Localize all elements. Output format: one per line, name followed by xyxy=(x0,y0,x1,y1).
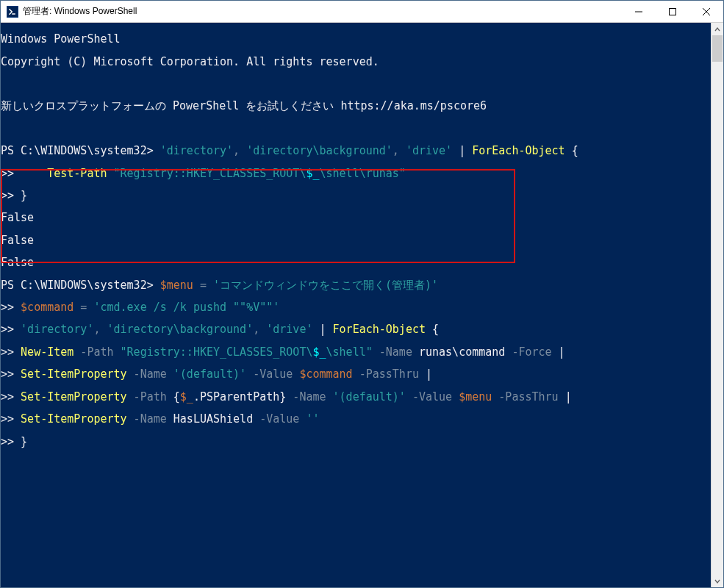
terminal-line: PS C:\WINDOWS\system32> 'directory', 'di… xyxy=(1,146,711,157)
scrollbar[interactable] xyxy=(711,23,723,587)
scroll-up-button[interactable] xyxy=(712,23,723,35)
chevron-up-icon xyxy=(714,26,720,32)
terminal-line: Copyright (C) Microsoft Corporation. All… xyxy=(1,57,711,68)
terminal-line xyxy=(1,79,711,90)
terminal-line: >> } xyxy=(1,190,711,201)
terminal-line: 新しいクロスプラットフォームの PowerShell をお試しください http… xyxy=(1,101,711,112)
terminal[interactable]: Windows PowerShell Copyright (C) Microso… xyxy=(1,23,711,587)
terminal-line: PS C:\WINDOWS\system32> $menu = 'コマンドウィン… xyxy=(1,280,711,291)
terminal-line: >> Set-ItemProperty -Path {$_.PSParentPa… xyxy=(1,392,711,403)
terminal-line: False xyxy=(1,257,711,268)
close-button[interactable] xyxy=(689,1,723,23)
terminal-line: >> } xyxy=(1,437,711,448)
terminal-line: >> Set-ItemProperty -Name HasLUAShield -… xyxy=(1,414,711,425)
terminal-line xyxy=(1,123,711,135)
terminal-line: >> Test-Path "Registry::HKEY_CLASSES_ROO… xyxy=(1,168,711,179)
titlebar[interactable]: 管理者: Windows PowerShell xyxy=(1,1,723,23)
client-area: Windows PowerShell Copyright (C) Microso… xyxy=(1,23,723,587)
minimize-icon xyxy=(635,8,642,15)
close-icon xyxy=(703,8,710,15)
maximize-icon xyxy=(669,8,676,15)
scroll-down-button[interactable] xyxy=(712,575,723,587)
svg-rect-1 xyxy=(670,8,676,15)
terminal-line: >> New-Item -Path "Registry::HKEY_CLASSE… xyxy=(1,347,711,358)
maximize-button[interactable] xyxy=(656,1,689,23)
minimize-button[interactable] xyxy=(622,1,656,23)
terminal-line: >> 'directory', 'directory\background', … xyxy=(1,324,711,335)
chevron-down-icon xyxy=(714,578,720,584)
terminal-line: >> $command = 'cmd.exe /s /k pushd ""%V"… xyxy=(1,302,711,313)
scroll-track[interactable] xyxy=(712,35,723,575)
powershell-icon xyxy=(7,6,18,18)
window-title: 管理者: Windows PowerShell xyxy=(23,5,137,18)
terminal-line: >> Set-ItemProperty -Name '(default)' -V… xyxy=(1,369,711,380)
terminal-line: False xyxy=(1,235,711,246)
terminal-line: Windows PowerShell xyxy=(1,34,711,45)
scroll-thumb[interactable] xyxy=(712,35,723,62)
terminal-line: False xyxy=(1,212,711,223)
powershell-window: 管理者: Windows PowerShell Windows PowerShe… xyxy=(0,0,724,588)
